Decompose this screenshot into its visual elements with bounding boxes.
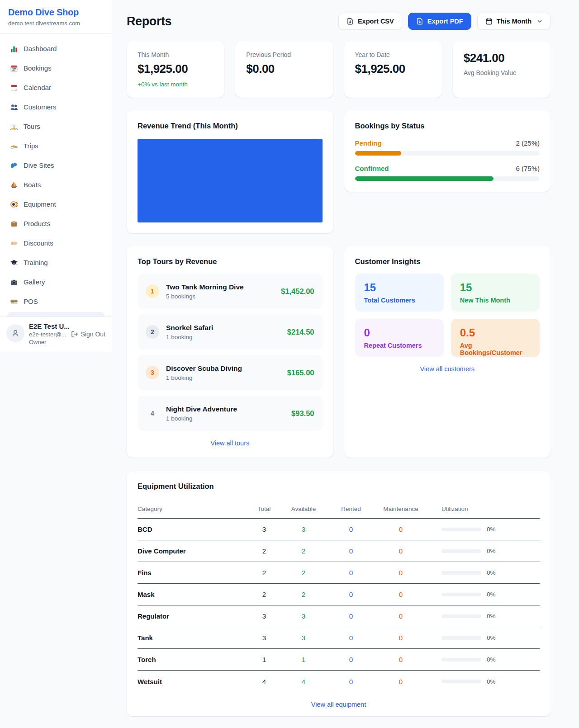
sidebar-item-equipment[interactable]: Equipment [4, 194, 108, 214]
cell-utilization: 0% [428, 569, 540, 576]
tour-list: 1 Two Tank Morning Dive5 bookings $1,452… [138, 274, 323, 431]
view-all-tours-link[interactable]: View all tours [138, 440, 323, 447]
status-label: Pending [355, 139, 382, 147]
cell-available: 2 [279, 591, 328, 598]
sidebar-item-label: Calendar [24, 84, 51, 91]
sidebar-item-label: Dive Sites [24, 161, 54, 169]
wave-icon [10, 161, 18, 170]
customer-insights-card: Customer Insights 15 Total Customers 15 … [344, 246, 551, 458]
file-download-icon [416, 18, 423, 25]
user-email: e2e-tester@... [29, 331, 66, 338]
col-rented: Rented [328, 506, 374, 512]
file-download-icon [346, 18, 354, 25]
col-total: Total [250, 506, 279, 512]
progress-fill [355, 151, 401, 156]
cell-total: 1 [250, 656, 279, 663]
sidebar-item-boats[interactable]: Boats [4, 175, 108, 194]
sidebar-item-trips[interactable]: Trips [4, 136, 108, 156]
sidebar-item-pos[interactable]: POS [4, 292, 108, 311]
sign-out-button[interactable]: Sign Out [71, 331, 105, 338]
cell-maintenance: 0 [374, 525, 428, 533]
cell-category: Regulator [138, 612, 250, 620]
speedboat-icon [10, 142, 18, 150]
island-icon [10, 123, 18, 131]
top-tours-title: Top Tours by Revenue [138, 257, 323, 266]
cell-maintenance: 0 [374, 547, 428, 555]
user-role: Owner [29, 339, 66, 345]
utilization-bar [441, 571, 481, 575]
period-label: This Month [497, 18, 532, 25]
view-all-equipment-link[interactable]: View all equipment [138, 701, 540, 708]
equipment-table: Category Total Available Rented Maintena… [138, 500, 540, 692]
status-row-confirmed: Confirmed 6 (75%) [355, 165, 540, 181]
sidebar-item-label: Bookings [24, 64, 52, 72]
sidebar-item-label: Boats [24, 181, 41, 189]
person-icon [11, 329, 20, 338]
sidebar-item-customers[interactable]: Customers [4, 97, 108, 117]
stat-delta: +0% vs last month [138, 81, 214, 88]
sidebar-item-dive-sites[interactable]: Dive Sites [4, 156, 108, 175]
stat-value: $1,925.00 [138, 62, 214, 76]
sidebar-item-calendar[interactable]: Calendar [4, 78, 108, 97]
cell-utilization: 0% [428, 634, 540, 641]
tour-name: Night Dive Adventure [166, 405, 237, 413]
period-dropdown[interactable]: This Month [477, 13, 551, 30]
cell-available: 4 [279, 678, 328, 685]
table-row: Regulator33000% [138, 605, 540, 627]
cell-rented: 0 [328, 678, 374, 685]
table-header-row: Category Total Available Rented Maintena… [138, 500, 540, 519]
sidebar-item-tours[interactable]: Tours [4, 117, 108, 136]
table-row: Dive Computer22000% [138, 540, 540, 562]
export-pdf-button[interactable]: Export PDF [408, 13, 471, 30]
cell-maintenance: 0 [374, 569, 428, 577]
utilization-bar [441, 658, 481, 662]
cell-category: Torch [138, 656, 250, 663]
cell-category: Mask [138, 591, 250, 598]
sidebar-item-dashboard[interactable]: Dashboard [4, 39, 108, 58]
rank-badge: 1 [146, 284, 159, 298]
cell-rented: 0 [328, 591, 374, 598]
rank-badge: 2 [146, 325, 159, 339]
sidebar-item-training[interactable]: Training [4, 253, 108, 272]
tour-name: Discover Scuba Diving [166, 364, 242, 373]
insight-tile-new-this-month: 15 New This Month [451, 274, 540, 312]
sidebar-item-gallery[interactable]: Gallery [4, 272, 108, 292]
view-all-customers-link[interactable]: View all customers [355, 365, 540, 373]
cell-maintenance: 0 [374, 634, 428, 642]
export-csv-button[interactable]: Export CSV [338, 13, 402, 30]
avatar [6, 324, 24, 342]
utilization-bar [441, 528, 481, 531]
cell-total: 4 [250, 678, 279, 685]
main-content: Reports Export CSV Export PDF This Month… [127, 0, 551, 716]
camera-icon [10, 278, 18, 286]
utilization-bar [441, 549, 481, 553]
insight-label: Repeat Customers [364, 342, 435, 349]
table-row: Tank33000% [138, 627, 540, 649]
cell-rented: 0 [328, 525, 374, 533]
tour-revenue: $93.50 [291, 409, 314, 418]
stat-card-avg-booking-value: $241.00 Avg Booking Value [453, 41, 551, 98]
sidebar-item-discounts[interactable]: Discounts [4, 233, 108, 253]
stat-card-this-month: This Month $1,925.00 +0% vs last month [127, 41, 224, 98]
sidebar-item-label: POS [24, 298, 38, 305]
export-csv-label: Export CSV [358, 18, 394, 25]
utilization-bar [441, 593, 481, 596]
svg-text:17: 17 [12, 68, 16, 71]
cell-rented: 0 [328, 656, 374, 663]
sidebar-item-label: Tours [24, 123, 40, 130]
utilization-percent: 0% [487, 569, 496, 576]
dive-mask-icon [10, 200, 18, 208]
sidebar-item-bookings[interactable]: 17 Bookings [4, 58, 108, 78]
sidebar-item-reports-active-partial[interactable] [7, 312, 104, 317]
cell-rented: 0 [328, 634, 374, 642]
top-tours-card: Top Tours by Revenue 1 Two Tank Morning … [127, 246, 333, 458]
shop-header: Demo Dive Shop demo.test.divestreams.com [0, 0, 112, 33]
sidebar-item-products[interactable]: Products [4, 214, 108, 233]
tour-revenue: $214.50 [287, 328, 314, 336]
sidebar-item-label: Customers [24, 103, 57, 111]
stat-card-year-to-date: Year to Date $1,925.00 [344, 41, 442, 98]
tour-bookings: 5 bookings [166, 293, 244, 300]
cell-category: Dive Computer [138, 547, 250, 555]
tour-bookings: 1 booking [166, 334, 213, 340]
stat-value: $0.00 [246, 62, 322, 76]
